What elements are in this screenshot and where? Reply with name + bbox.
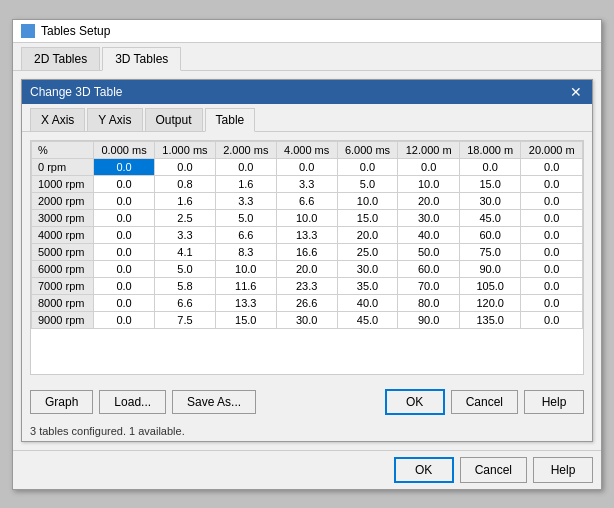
table-cell[interactable]: 35.0 bbox=[337, 277, 398, 294]
table-cell[interactable]: 1.6 bbox=[215, 175, 276, 192]
table-cell[interactable]: 20.0 bbox=[337, 226, 398, 243]
table-cell[interactable]: 30.0 bbox=[337, 260, 398, 277]
table-cell[interactable]: 45.0 bbox=[337, 311, 398, 328]
table-cell[interactable]: 3.3 bbox=[276, 175, 337, 192]
close-button[interactable]: ✕ bbox=[568, 85, 584, 99]
table-row[interactable]: 6000 rpm0.05.010.020.030.060.090.00.0 bbox=[32, 260, 583, 277]
footer-help-button[interactable]: Help bbox=[533, 457, 593, 483]
table-cell[interactable]: 25.0 bbox=[337, 243, 398, 260]
table-cell[interactable]: 3.3 bbox=[215, 192, 276, 209]
table-cell[interactable]: 10.0 bbox=[215, 260, 276, 277]
table-cell[interactable]: 135.0 bbox=[459, 311, 521, 328]
help-button[interactable]: Help bbox=[524, 390, 584, 414]
table-cell[interactable]: 0.0 bbox=[215, 158, 276, 175]
table-row[interactable]: 9000 rpm0.07.515.030.045.090.0135.00.0 bbox=[32, 311, 583, 328]
table-cell[interactable]: 0.8 bbox=[155, 175, 216, 192]
table-cell[interactable]: 0.0 bbox=[459, 158, 521, 175]
table-cell[interactable]: 6.6 bbox=[276, 192, 337, 209]
table-cell[interactable]: 6.6 bbox=[215, 226, 276, 243]
table-cell[interactable]: 0.0 bbox=[521, 158, 583, 175]
table-cell[interactable]: 11.6 bbox=[215, 277, 276, 294]
table-cell[interactable]: 16.6 bbox=[276, 243, 337, 260]
table-cell[interactable]: 5.0 bbox=[337, 175, 398, 192]
table-cell[interactable]: 90.0 bbox=[398, 311, 460, 328]
ok-button[interactable]: OK bbox=[385, 389, 445, 415]
table-cell[interactable]: 0.0 bbox=[521, 192, 583, 209]
table-row[interactable]: 5000 rpm0.04.18.316.625.050.075.00.0 bbox=[32, 243, 583, 260]
table-cell[interactable]: 0.0 bbox=[521, 175, 583, 192]
table-cell[interactable]: 3.3 bbox=[155, 226, 216, 243]
table-cell[interactable]: 0.0 bbox=[521, 260, 583, 277]
table-cell[interactable]: 0.0 bbox=[521, 209, 583, 226]
tab-y-axis[interactable]: Y Axis bbox=[87, 108, 142, 131]
table-cell[interactable]: 60.0 bbox=[459, 226, 521, 243]
table-cell[interactable]: 20.0 bbox=[276, 260, 337, 277]
table-cell[interactable]: 75.0 bbox=[459, 243, 521, 260]
table-row[interactable]: 3000 rpm0.02.55.010.015.030.045.00.0 bbox=[32, 209, 583, 226]
table-row[interactable]: 8000 rpm0.06.613.326.640.080.0120.00.0 bbox=[32, 294, 583, 311]
table-row[interactable]: 7000 rpm0.05.811.623.335.070.0105.00.0 bbox=[32, 277, 583, 294]
table-cell[interactable]: 0.0 bbox=[521, 243, 583, 260]
table-cell[interactable]: 13.3 bbox=[276, 226, 337, 243]
table-cell[interactable]: 0.0 bbox=[94, 311, 155, 328]
table-cell[interactable]: 1.6 bbox=[155, 192, 216, 209]
table-cell[interactable]: 23.3 bbox=[276, 277, 337, 294]
table-cell[interactable]: 2.5 bbox=[155, 209, 216, 226]
table-cell[interactable]: 10.0 bbox=[276, 209, 337, 226]
table-cell[interactable]: 0.0 bbox=[94, 260, 155, 277]
table-cell[interactable]: 13.3 bbox=[215, 294, 276, 311]
table-cell[interactable]: 8.3 bbox=[215, 243, 276, 260]
table-cell[interactable]: 15.0 bbox=[459, 175, 521, 192]
table-cell[interactable]: 60.0 bbox=[398, 260, 460, 277]
table-cell[interactable]: 30.0 bbox=[398, 209, 460, 226]
table-cell[interactable]: 0.0 bbox=[94, 209, 155, 226]
table-cell[interactable]: 30.0 bbox=[459, 192, 521, 209]
table-cell[interactable]: 105.0 bbox=[459, 277, 521, 294]
table-cell[interactable]: 40.0 bbox=[337, 294, 398, 311]
save-as-button[interactable]: Save As... bbox=[172, 390, 256, 414]
table-cell[interactable]: 0.0 bbox=[94, 158, 155, 175]
table-cell[interactable]: 0.0 bbox=[521, 277, 583, 294]
table-cell[interactable]: 45.0 bbox=[459, 209, 521, 226]
tab-x-axis[interactable]: X Axis bbox=[30, 108, 85, 131]
tab-2d-tables[interactable]: 2D Tables bbox=[21, 47, 100, 70]
table-cell[interactable]: 0.0 bbox=[94, 294, 155, 311]
table-cell[interactable]: 20.0 bbox=[398, 192, 460, 209]
tab-table[interactable]: Table bbox=[205, 108, 256, 132]
footer-cancel-button[interactable]: Cancel bbox=[460, 457, 527, 483]
table-cell[interactable]: 50.0 bbox=[398, 243, 460, 260]
table-cell[interactable]: 10.0 bbox=[337, 192, 398, 209]
table-cell[interactable]: 0.0 bbox=[94, 192, 155, 209]
table-cell[interactable]: 6.6 bbox=[155, 294, 216, 311]
table-cell[interactable]: 70.0 bbox=[398, 277, 460, 294]
table-cell[interactable]: 0.0 bbox=[94, 175, 155, 192]
footer-ok-button[interactable]: OK bbox=[394, 457, 454, 483]
table-cell[interactable]: 5.0 bbox=[215, 209, 276, 226]
table-cell[interactable]: 0.0 bbox=[337, 158, 398, 175]
tab-3d-tables[interactable]: 3D Tables bbox=[102, 47, 181, 71]
table-cell[interactable]: 0.0 bbox=[521, 311, 583, 328]
table-cell[interactable]: 0.0 bbox=[94, 277, 155, 294]
table-cell[interactable]: 7.5 bbox=[155, 311, 216, 328]
tab-output[interactable]: Output bbox=[145, 108, 203, 131]
graph-button[interactable]: Graph bbox=[30, 390, 93, 414]
table-cell[interactable]: 0.0 bbox=[521, 294, 583, 311]
table-row[interactable]: 0 rpm0.00.00.00.00.00.00.00.0 bbox=[32, 158, 583, 175]
table-cell[interactable]: 120.0 bbox=[459, 294, 521, 311]
table-cell[interactable]: 0.0 bbox=[521, 226, 583, 243]
table-cell[interactable]: 80.0 bbox=[398, 294, 460, 311]
table-cell[interactable]: 15.0 bbox=[337, 209, 398, 226]
table-cell[interactable]: 10.0 bbox=[398, 175, 460, 192]
table-cell[interactable]: 0.0 bbox=[94, 243, 155, 260]
table-row[interactable]: 4000 rpm0.03.36.613.320.040.060.00.0 bbox=[32, 226, 583, 243]
table-cell[interactable]: 0.0 bbox=[398, 158, 460, 175]
table-cell[interactable]: 0.0 bbox=[276, 158, 337, 175]
table-row[interactable]: 1000 rpm0.00.81.63.35.010.015.00.0 bbox=[32, 175, 583, 192]
table-cell[interactable]: 30.0 bbox=[276, 311, 337, 328]
table-cell[interactable]: 90.0 bbox=[459, 260, 521, 277]
data-table-container[interactable]: % 0.000 ms 1.000 ms 2.000 ms 4.000 ms 6.… bbox=[30, 140, 584, 375]
table-cell[interactable]: 5.0 bbox=[155, 260, 216, 277]
table-cell[interactable]: 0.0 bbox=[94, 226, 155, 243]
table-cell[interactable]: 26.6 bbox=[276, 294, 337, 311]
cancel-button[interactable]: Cancel bbox=[451, 390, 518, 414]
